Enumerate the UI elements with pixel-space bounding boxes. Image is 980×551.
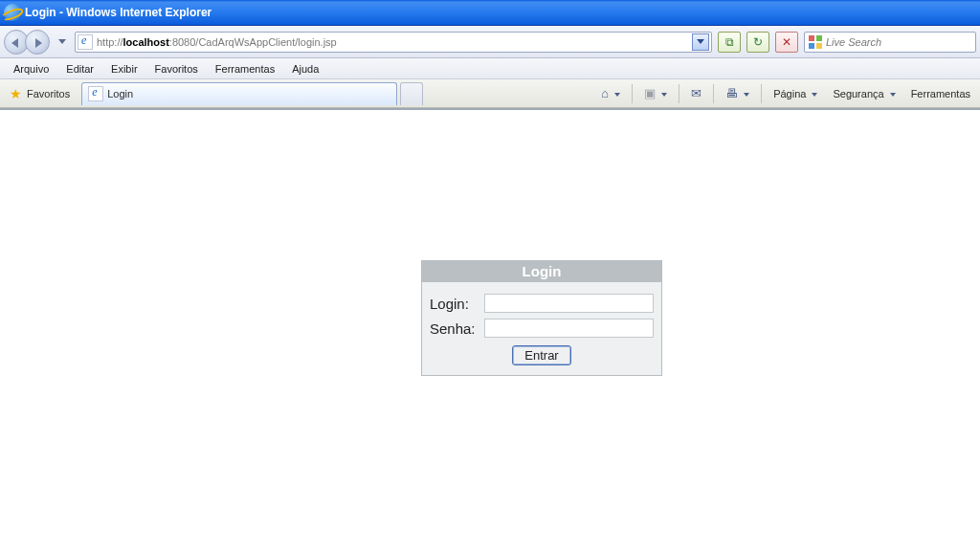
window-titlebar: Login - Windows Internet Explorer <box>0 0 980 26</box>
stop-icon: ✕ <box>782 35 791 49</box>
tools-menu[interactable]: Ferramentas <box>905 79 976 107</box>
forward-button[interactable] <box>25 30 50 55</box>
compat-icon: ⧉ <box>725 35 734 49</box>
mail-icon: ✉ <box>691 86 702 100</box>
favorites-label: Favoritos <box>27 88 70 99</box>
page-icon <box>78 34 93 50</box>
tab-page-icon <box>88 86 103 101</box>
menu-edit[interactable]: Editar <box>58 61 101 77</box>
search-box[interactable]: Live Search <box>804 32 976 53</box>
compatibility-view-button[interactable]: ⧉ <box>718 32 741 53</box>
stop-button[interactable]: ✕ <box>775 32 798 53</box>
safety-menu[interactable]: Segurança <box>827 79 901 107</box>
menu-view[interactable]: Exibir <box>103 61 145 77</box>
print-button[interactable]: 🖶 <box>720 79 755 107</box>
ie-logo-icon <box>4 4 21 21</box>
page-menu[interactable]: Página <box>768 79 823 107</box>
separator <box>632 84 633 103</box>
star-icon: ★ <box>10 87 23 100</box>
refresh-icon: ↻ <box>753 35 763 49</box>
menu-favorites[interactable]: Favoritos <box>147 61 206 77</box>
url-text: http://localhost:8080/CadArqWsAppClient/… <box>97 36 688 48</box>
menu-bar: Arquivo Editar Exibir Favoritos Ferramen… <box>0 58 980 79</box>
read-mail-button[interactable]: ✉ <box>685 79 707 107</box>
separator <box>761 84 762 103</box>
separator <box>713 84 714 103</box>
tab-login[interactable]: Login <box>81 82 397 105</box>
address-bar[interactable]: http://localhost:8080/CadArqWsAppClient/… <box>75 32 712 53</box>
login-panel: Login Login: Senha: Entrar <box>421 260 662 376</box>
windows-flag-icon <box>809 35 822 49</box>
tab-title: Login <box>107 88 133 99</box>
navigation-toolbar: http://localhost:8080/CadArqWsAppClient/… <box>0 26 980 58</box>
home-button[interactable]: ⌂ <box>595 79 626 107</box>
page-viewport: Login Login: Senha: Entrar <box>0 108 980 551</box>
favorites-button[interactable]: ★ Favoritos <box>4 85 76 102</box>
menu-tools[interactable]: Ferramentas <box>208 61 282 77</box>
refresh-button[interactable]: ↻ <box>746 32 769 53</box>
command-bar: ★ Favoritos Login ⌂ ▣ ✉ 🖶 Página Seguran… <box>0 79 980 108</box>
login-panel-title: Login <box>422 261 661 282</box>
page-menu-label: Página <box>773 88 806 99</box>
rss-icon: ▣ <box>644 86 656 100</box>
login-label: Login: <box>430 296 484 312</box>
feeds-button[interactable]: ▣ <box>638 79 673 107</box>
window-title: Login - Windows Internet Explorer <box>25 6 212 19</box>
recent-pages-dropdown[interactable] <box>56 30 69 55</box>
separator <box>679 84 679 103</box>
home-icon: ⌂ <box>601 86 609 100</box>
password-input[interactable] <box>484 319 654 338</box>
safety-menu-label: Segurança <box>833 88 883 99</box>
submit-button[interactable]: Entrar <box>512 345 570 365</box>
tools-menu-label: Ferramentas <box>911 88 970 99</box>
search-placeholder: Live Search <box>826 36 881 48</box>
new-tab-button[interactable] <box>400 82 423 105</box>
login-input[interactable] <box>484 294 654 313</box>
menu-file[interactable]: Arquivo <box>6 61 56 77</box>
print-icon: 🖶 <box>725 86 738 100</box>
address-dropdown[interactable] <box>692 33 709 51</box>
menu-help[interactable]: Ajuda <box>284 61 326 77</box>
password-label: Senha: <box>430 320 484 337</box>
